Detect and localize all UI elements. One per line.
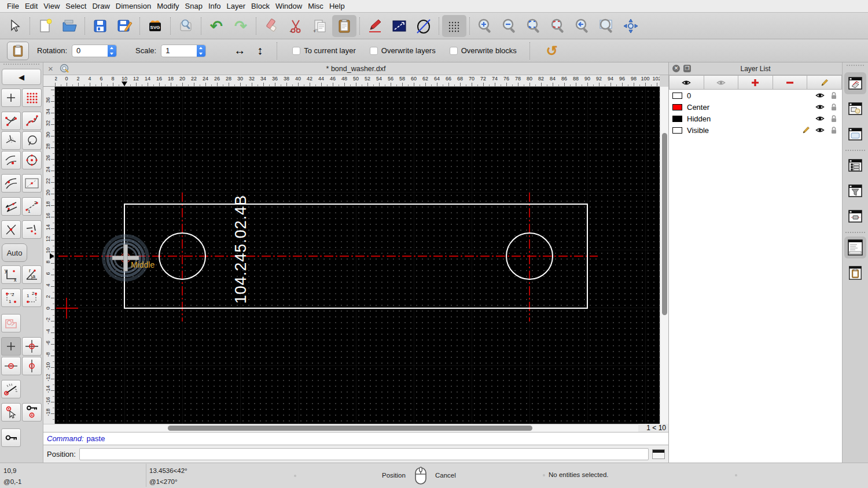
eye-icon[interactable] — [815, 91, 825, 100]
menu-snap[interactable]: Snap — [185, 2, 203, 10]
menu-block[interactable]: Block — [251, 2, 270, 10]
snap-intersection-manual-button[interactable] — [22, 220, 42, 239]
snap-tangent-button[interactable] — [1, 174, 21, 193]
svg-export-button[interactable]: SVG — [143, 15, 167, 37]
snap-intersection-button[interactable] — [1, 220, 21, 239]
snap-free-button[interactable] — [1, 88, 21, 107]
dock-handle[interactable] — [847, 65, 864, 69]
eye-icon[interactable] — [815, 125, 825, 135]
snap-grid-button[interactable] — [22, 88, 42, 107]
restrict-nothing-button[interactable] — [1, 337, 21, 356]
hide-all-layers-button[interactable] — [704, 75, 739, 90]
vertical-scrollbar[interactable] — [660, 87, 668, 424]
snap-middle-button[interactable] — [1, 151, 21, 169]
menu-draw[interactable]: Draw — [92, 2, 109, 10]
menu-info[interactable]: Info — [208, 2, 221, 10]
filter-dock-button[interactable] — [844, 180, 866, 202]
library-browser-dock-button[interactable] — [844, 123, 866, 145]
vertical-scrollbar-thumb[interactable] — [662, 133, 667, 315]
block-list-dock-button[interactable] — [844, 98, 866, 120]
line-attributes-button[interactable] — [387, 15, 411, 37]
lock-icon[interactable] — [829, 114, 838, 123]
grid-toggle-button[interactable] — [442, 15, 466, 37]
snap-entity-loop-button[interactable] — [22, 131, 42, 150]
undo-button[interactable]: ↶ — [204, 15, 229, 37]
rotation-input[interactable]: 0 — [72, 45, 117, 57]
zoom-out-button[interactable] — [497, 15, 521, 37]
select-cursor-button[interactable] — [2, 15, 27, 37]
menu-modify[interactable]: Modify — [157, 2, 179, 10]
pencil-icon[interactable] — [801, 125, 811, 135]
lock-icon[interactable] — [829, 125, 838, 135]
save-button[interactable] — [88, 15, 112, 37]
restrict-shape-button[interactable] — [1, 314, 21, 332]
zoom-in-button[interactable] — [473, 15, 497, 37]
show-all-layers-button[interactable] — [669, 75, 704, 90]
copy-button[interactable]: + — [308, 15, 332, 37]
coord-cartesian-button[interactable]: yx — [1, 265, 21, 284]
snap-center-button[interactable] — [1, 131, 21, 150]
snap-reference-button[interactable] — [22, 174, 42, 193]
entity-list-dock-button[interactable] — [844, 154, 866, 176]
toolbar-handle[interactable] — [3, 64, 39, 68]
command-window-toggle-icon[interactable] — [652, 449, 665, 459]
pen-palette-dock-button[interactable] — [844, 205, 866, 227]
redo-button[interactable]: ↷ — [229, 15, 253, 37]
back-button[interactable]: ◀ — [2, 69, 41, 85]
menu-window[interactable]: Window — [275, 2, 302, 10]
delete-button[interactable] — [259, 15, 284, 37]
remove-layer-button[interactable] — [773, 75, 808, 90]
overwrite-layers-checkbox[interactable]: Overwrite layers — [370, 46, 436, 55]
print-preview-button[interactable] — [174, 15, 198, 37]
drawing-canvas[interactable]: 104.245.02.4B Middle — [55, 87, 660, 424]
paste-button[interactable] — [332, 15, 356, 37]
overwrite-blocks-checkbox[interactable]: Overwrite blocks — [450, 46, 517, 55]
add-layer-button[interactable] — [738, 75, 773, 90]
snap-circle-center-button[interactable] — [22, 151, 42, 169]
snap-auto-button[interactable] — [1, 197, 21, 216]
zoom-previous-button[interactable] — [546, 15, 570, 37]
eye-icon[interactable] — [815, 114, 825, 123]
menu-view[interactable]: View — [43, 2, 60, 10]
draft-mode-button[interactable] — [411, 15, 436, 37]
zoom-back-button[interactable] — [570, 15, 594, 37]
edit-layer-button[interactable] — [807, 75, 842, 90]
command-line[interactable]: Command: paste — [43, 432, 668, 445]
tab-close-button[interactable]: × — [48, 64, 56, 73]
eye-icon[interactable] — [815, 102, 825, 112]
menu-edit[interactable]: Edit — [25, 2, 38, 10]
position-input[interactable] — [79, 448, 649, 460]
cancel-paste-button[interactable]: ↺ — [546, 43, 558, 59]
restrict-horizontal-button[interactable] — [1, 357, 21, 375]
order-points-b-button[interactable]: 12 — [22, 289, 42, 307]
relative-zero-key-button[interactable] — [1, 428, 21, 447]
zoom-auto-button[interactable] — [521, 15, 546, 37]
to-current-layer-checkbox[interactable]: To current layer — [292, 46, 356, 55]
new-document-button[interactable] — [33, 15, 57, 37]
horizontal-scrollbar[interactable] — [43, 424, 638, 432]
layer-row-hidden[interactable]: Hidden — [669, 113, 842, 124]
layer-row-center[interactable]: Center — [669, 101, 842, 113]
scale-input[interactable]: 1 — [161, 45, 206, 57]
layer-panel-close-button[interactable]: ✕ — [672, 65, 680, 72]
menu-file[interactable]: File — [7, 2, 19, 10]
snap-auto-mode-button[interactable]: Auto — [2, 243, 27, 262]
restrict-orthogonal-button[interactable] — [22, 337, 42, 356]
rotation-stepper[interactable] — [108, 45, 116, 57]
layer-row-visible[interactable]: Visible — [669, 124, 842, 136]
scale-stepper[interactable] — [197, 45, 205, 57]
zoom-pan-button[interactable] — [619, 15, 643, 37]
coord-polar-button[interactable]: ra — [22, 265, 42, 284]
menu-layer[interactable]: Layer — [227, 2, 246, 10]
snap-distance-button[interactable]: 12 — [22, 197, 42, 216]
pen-button[interactable] — [363, 15, 387, 37]
command-widget-dock-button[interactable] — [844, 236, 866, 258]
cut-button[interactable]: + — [284, 15, 308, 37]
layer-list-dock-button[interactable] — [844, 72, 866, 94]
menu-misc[interactable]: Misc — [308, 2, 323, 10]
lock-icon[interactable] — [829, 91, 838, 100]
flip-vertical-button[interactable]: ↕ — [257, 44, 263, 57]
flip-horizontal-button[interactable]: ↔ — [234, 44, 245, 57]
snap-on-entity-button[interactable] — [22, 112, 42, 130]
save-as-button[interactable] — [112, 15, 137, 37]
